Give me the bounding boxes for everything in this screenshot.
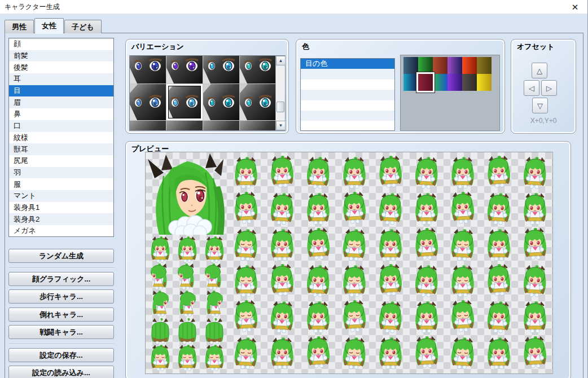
- variation-scrollbar[interactable]: ▲ ▼: [275, 56, 285, 130]
- parts-list-item[interactable]: 前髪: [9, 50, 113, 62]
- variation-thumbnail[interactable]: [240, 56, 275, 83]
- battler-sprite: [480, 152, 517, 190]
- titlebar: キャラクター生成 ✕: [0, 0, 587, 14]
- variation-thumbnail[interactable]: [203, 121, 239, 130]
- variation-thumbnail[interactable]: [130, 84, 166, 120]
- battler-sprite: [299, 153, 337, 191]
- walk-sprite: [201, 317, 228, 344]
- battler-sprite: [227, 226, 265, 263]
- parts-list-item[interactable]: マント: [9, 190, 113, 202]
- tab-2[interactable]: 子ども: [64, 20, 102, 33]
- palette-swatch[interactable]: [433, 74, 447, 91]
- scroll-up-icon[interactable]: ▲: [276, 56, 286, 65]
- tab-1[interactable]: 女性: [34, 18, 64, 33]
- random-generate-button[interactable]: ランダム生成: [8, 249, 114, 263]
- battler-sprite: [372, 227, 409, 263]
- battler-sprite: [228, 263, 264, 299]
- variation-thumbnail[interactable]: [166, 121, 203, 130]
- offset-up-button[interactable]: △: [532, 63, 547, 78]
- walk-sprite: [147, 290, 174, 317]
- battler-sprite: [517, 191, 553, 227]
- separator: [8, 344, 114, 345]
- palette-swatch[interactable]: [477, 57, 492, 74]
- parts-list-item[interactable]: 顔: [9, 38, 113, 50]
- palette-swatch[interactable]: [418, 74, 433, 91]
- character-generator-window: キャラクター生成 ✕ 男性女性子ども 顔前髪後髪耳目眉鼻口紋様獣耳尻尾羽服マント…: [0, 0, 588, 378]
- battler-sprite: [227, 297, 265, 335]
- palette-swatch[interactable]: [447, 74, 462, 91]
- walk-sprite: [174, 344, 201, 371]
- palette-swatch[interactable]: [403, 74, 418, 91]
- parts-list-item[interactable]: 耳: [9, 73, 113, 85]
- parts-list-item[interactable]: 装身具1: [9, 202, 113, 214]
- palette-swatch[interactable]: [447, 57, 462, 74]
- palette-swatch[interactable]: [418, 57, 433, 74]
- battler-sprite: [444, 297, 481, 335]
- battler-sprite: [227, 188, 265, 226]
- tab-0[interactable]: 男性: [5, 20, 34, 33]
- collapse-character-button[interactable]: 倒れキャラ...: [8, 307, 114, 322]
- battler-sprite: [516, 333, 553, 371]
- offset-left-button[interactable]: ◁: [524, 80, 539, 96]
- preview-area: [145, 152, 553, 374]
- face-portrait: [147, 153, 228, 235]
- variation-thumbnail[interactable]: [240, 84, 275, 120]
- scrollbar-thumb[interactable]: [277, 102, 284, 112]
- face-graphic-button[interactable]: 顔グラフィック...: [8, 272, 114, 286]
- battler-sprite: [407, 225, 445, 262]
- variation-thumbnail[interactable]: [130, 121, 166, 130]
- color-target-empty-row: [301, 69, 394, 79]
- battle-character-button[interactable]: 戦闘キャラ...: [8, 325, 114, 339]
- variation-thumbnail[interactable]: [166, 56, 203, 83]
- battler-sprite: [481, 227, 517, 263]
- parts-list-item[interactable]: 羽: [9, 167, 113, 179]
- parts-list-item[interactable]: 紋様: [9, 132, 113, 144]
- battler-sprite: [335, 334, 373, 372]
- parts-list-item[interactable]: 服: [9, 178, 113, 190]
- battler-sprite: [372, 335, 409, 371]
- variation-thumbnail[interactable]: [240, 121, 275, 130]
- battler-sprite: [336, 263, 372, 299]
- battler-sprite: [263, 261, 301, 298]
- battler-sprite: [516, 153, 553, 191]
- battler-sprite: [336, 155, 372, 191]
- parts-list-item[interactable]: 獣耳: [9, 143, 113, 155]
- walk-character-button[interactable]: 歩行キャラ...: [8, 289, 114, 304]
- offset-right-button[interactable]: ▷: [541, 80, 557, 96]
- battler-sprite: [264, 227, 300, 263]
- parts-list-item[interactable]: 目: [9, 85, 113, 97]
- battler-sprite: [299, 225, 337, 262]
- offset-down-button[interactable]: ▽: [532, 98, 548, 113]
- palette-swatch[interactable]: [462, 74, 477, 91]
- color-target-list[interactable]: 目の色: [300, 58, 395, 131]
- parts-list-item[interactable]: 鼻: [9, 108, 113, 120]
- close-icon[interactable]: ✕: [569, 2, 581, 13]
- variation-thumbnail[interactable]: [130, 56, 166, 83]
- battler-sprite: [300, 191, 336, 227]
- parts-listbox[interactable]: 顔前髪後髪耳目眉鼻口紋様獣耳尻尾羽服マント装身具1装身具2メガネ: [8, 38, 114, 237]
- variation-panel-title: バリエーション: [131, 42, 184, 52]
- battler-sprite: [480, 298, 517, 336]
- color-target-item[interactable]: 目の色: [301, 59, 394, 69]
- variation-thumbnail[interactable]: [203, 84, 239, 120]
- parts-list-item[interactable]: 後髪: [9, 61, 113, 73]
- palette-swatch[interactable]: [403, 57, 418, 74]
- save-settings-button[interactable]: 設定の保存...: [8, 348, 114, 362]
- parts-list-item[interactable]: 尻尾: [9, 155, 113, 167]
- scroll-down-icon[interactable]: ▼: [276, 121, 286, 130]
- parts-list-item[interactable]: 眉: [9, 96, 113, 108]
- palette-swatch[interactable]: [477, 74, 492, 91]
- color-target-empty-row: [301, 121, 394, 131]
- variation-thumbnail[interactable]: [203, 56, 239, 83]
- parts-list-item[interactable]: メガネ: [9, 225, 113, 237]
- load-settings-button[interactable]: 設定の読み込み...: [8, 366, 114, 378]
- battler-sprite: [481, 335, 517, 371]
- parts-list-item[interactable]: 口: [9, 120, 113, 132]
- palette-swatch[interactable]: [433, 57, 447, 74]
- palette-swatch[interactable]: [462, 57, 477, 74]
- battler-sprite: [409, 299, 445, 335]
- variation-thumbnail[interactable]: [166, 84, 203, 120]
- scrollbar-track[interactable]: [276, 65, 285, 121]
- parts-list-item[interactable]: 装身具2: [9, 213, 113, 225]
- walk-sprite: [174, 290, 201, 317]
